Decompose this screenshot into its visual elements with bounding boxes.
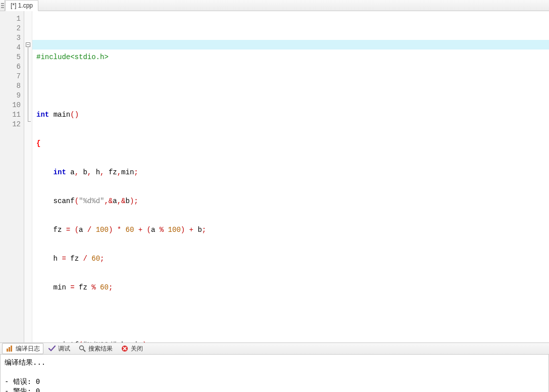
code-text: "%d%02d" [83,341,117,342]
code-text: () [70,111,79,119]
code-text: ( [147,226,151,234]
debug-tab[interactable]: 调试 [44,343,74,354]
code-text: ) [181,226,185,234]
output-pane[interactable]: 编译结果... - 错误: 0 - 警告: 0 [0,355,549,392]
code-text: b [79,168,87,176]
debug-label: 调试 [58,345,70,353]
fold-gutter: − [24,11,32,342]
code-text: min [130,341,142,342]
code-text: ; [134,197,138,205]
line-number: 1 [0,14,21,24]
code-text [185,226,189,234]
compile-log-label: 编译日志 [16,345,40,353]
code-text: min [121,168,134,176]
code-text: 60 [126,226,134,234]
line-number: 5 [0,53,21,62]
code-text [87,255,91,263]
left-panel-handle[interactable] [0,0,5,11]
code-text: a [151,226,160,234]
close-label: 关闭 [131,345,143,353]
code-text: main [54,111,71,119]
code-text: ) [142,341,146,342]
fold-toggle[interactable]: − [26,42,30,47]
code-text: h [54,255,62,263]
compile-log-tab[interactable]: 编译日志 [2,343,43,354]
code-area[interactable]: #include<stdio.h> int main() { int a, b,… [32,11,549,342]
code-text: 100 [168,226,181,234]
code-text: 60 [100,283,109,291]
handle-icon [1,3,4,8]
code-text: a [79,226,87,234]
code-text: / [87,226,91,234]
code-text [142,226,146,234]
code-text: fz [104,168,117,176]
code-text: ; [147,341,151,342]
code-text [113,226,117,234]
code-text: ; [100,255,104,263]
code-text: fz [70,255,83,263]
line-number: 8 [0,81,21,91]
code-text [134,226,138,234]
code-text [66,255,70,263]
code-text [70,226,74,234]
file-tab[interactable]: [*] 1.cpp [5,0,38,11]
code-text: ( [75,226,79,234]
fold-end [28,121,31,122]
code-text: = [62,255,66,263]
code-text: b [197,226,202,234]
code-text: & [109,197,113,205]
code-text: int [54,168,66,176]
fold-line [28,47,28,121]
code-text [91,226,95,234]
code-text: , [87,168,91,176]
code-text: , [117,197,121,205]
code-text: a [113,197,117,205]
line-number: 2 [0,24,21,33]
close-button[interactable]: 关闭 [117,343,146,354]
output-line: 编译结果... [5,358,45,366]
code-text: a [70,168,74,176]
code-text: fz [79,283,91,291]
code-text: printf [54,341,79,342]
code-text: , [104,197,108,205]
current-line-highlight [32,40,549,50]
code-text: * [117,226,121,234]
line-number: 6 [0,62,21,72]
svg-rect-2 [11,346,12,352]
code-text: ; [109,283,113,291]
code-text: ( [75,197,79,205]
svg-rect-0 [7,349,8,352]
code-text: + [138,226,142,234]
svg-point-3 [80,346,84,350]
svg-rect-1 [9,347,10,352]
code-text: / [83,255,87,263]
code-text: { [36,139,40,148]
line-number: 10 [0,101,21,110]
code-text: 60 [91,255,100,263]
code-text: int [36,111,49,119]
code-text: , [125,341,129,342]
file-tab-label: [*] 1.cpp [11,2,33,9]
code-text: + [189,226,193,234]
code-text: = [70,283,74,291]
code-text: fz [54,226,66,234]
code-text: min [54,283,71,291]
code-text: % [91,283,95,291]
code-text: "%d%d" [79,197,104,205]
tab-bar: [*] 1.cpp [0,0,549,11]
bar-chart-icon [6,345,14,353]
search-results-tab[interactable]: 搜索结果 [75,343,116,354]
search-results-label: 搜索结果 [88,345,113,353]
line-number: 11 [0,110,21,120]
code-text [96,283,100,291]
code-text: % [160,226,164,234]
line-number-gutter: 1 2 3 4 5 6 7 8 9 10 11 12 [0,11,24,342]
bottom-toolbar: 编译日志 调试 搜索结果 关闭 [0,343,549,355]
code-text [75,283,79,291]
output-line: - 错误: 0 [5,377,40,385]
code-text: , [75,168,79,176]
output-line: - 警告: 0 [5,387,40,392]
line-number: 4 [0,43,21,53]
code-text: ; [134,168,138,176]
line-number: 7 [0,72,21,81]
